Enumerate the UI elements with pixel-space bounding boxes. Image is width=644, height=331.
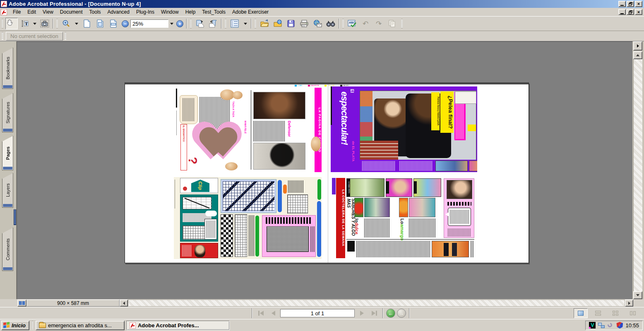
close-button[interactable]: × xyxy=(635,1,642,7)
toolbar-grip[interactable] xyxy=(2,19,3,28)
tab-bookmarks[interactable]: Bookmarks xyxy=(2,48,13,89)
page-cupido[interactable]: LA PAGINA DE CUPIDO Defensor MAMÁ FELIZ … xyxy=(175,88,322,172)
toolbar-grip[interactable] xyxy=(56,19,58,28)
page-forward-icon xyxy=(195,19,204,28)
network-icon[interactable] xyxy=(598,322,605,329)
actual-size-button[interactable] xyxy=(81,18,93,29)
hand-tool-button[interactable] xyxy=(5,18,18,29)
zoom-level-dropdown[interactable] xyxy=(168,19,175,28)
panel-splitter-handle[interactable] xyxy=(14,209,16,225)
text-select-dropdown[interactable] xyxy=(33,23,36,25)
scroll-right-button[interactable] xyxy=(625,300,633,307)
doc-restore-button[interactable] xyxy=(627,9,634,15)
numbered-list-button[interactable]: 123 xyxy=(228,18,241,29)
first-page-button[interactable] xyxy=(255,309,266,318)
open-web-page-button[interactable] xyxy=(272,18,284,29)
text-select-tool-button[interactable]: T xyxy=(19,18,31,29)
main-area: Bookmarks Signatures Pages Layers Commen… xyxy=(0,41,644,299)
selection-bar-grip[interactable] xyxy=(2,32,3,40)
zoom-tool-button[interactable] xyxy=(60,18,72,29)
menu-plugins[interactable]: Plug-Ins xyxy=(133,8,158,16)
vertical-scroll-track[interactable] xyxy=(633,59,642,291)
scroll-down-button[interactable] xyxy=(633,291,642,299)
fit-width-button[interactable] xyxy=(107,18,120,29)
menu-test-tools[interactable]: Test_Tools xyxy=(199,8,229,16)
toolbar-grip[interactable] xyxy=(342,19,344,28)
doc-minimize-button[interactable] xyxy=(618,9,626,15)
toolbar-grip[interactable] xyxy=(190,19,192,28)
zoom-level-input[interactable] xyxy=(130,19,168,28)
document-viewport[interactable]: CYAN MAGENTA YELLOW NEGRO LA PAGINA DE C… xyxy=(17,41,632,299)
next-page-layout-button[interactable] xyxy=(194,18,206,29)
scroll-up-button[interactable] xyxy=(633,51,642,59)
list-dropdown[interactable] xyxy=(244,23,247,25)
continuous-view-button[interactable] xyxy=(591,308,605,318)
undo-button[interactable]: ↶ xyxy=(359,18,372,29)
page-number-field[interactable] xyxy=(280,309,355,317)
blue-label-pill xyxy=(278,180,282,212)
menu-document[interactable]: Document xyxy=(57,8,86,16)
fold-line xyxy=(328,84,328,263)
facing-view-button[interactable] xyxy=(626,308,640,318)
menu-file[interactable]: File xyxy=(10,8,24,16)
print-button[interactable] xyxy=(298,18,310,29)
page-espectacular[interactable]: El espectacular! de EL PLATA Patricia So… xyxy=(331,86,477,172)
menu-tools[interactable]: Tools xyxy=(86,8,104,16)
toolbar-grip[interactable] xyxy=(255,19,256,28)
horizontal-scroll-track[interactable] xyxy=(128,300,625,307)
tab-signatures[interactable]: Signatures xyxy=(2,93,13,132)
zoom-tool-dropdown[interactable] xyxy=(75,23,78,25)
pane-splitter-button[interactable] xyxy=(17,300,26,307)
document-sheet[interactable]: CYAN MAGENTA YELLOW NEGRO LA PAGINA DE C… xyxy=(125,82,529,263)
security-shield-icon[interactable] xyxy=(616,322,623,329)
menu-window[interactable]: Window xyxy=(158,8,182,16)
minimize-button[interactable] xyxy=(618,1,626,7)
last-page-button[interactable] xyxy=(369,309,380,318)
selection-bar-grip[interactable] xyxy=(65,32,66,40)
tab-comments[interactable]: Comments xyxy=(2,228,13,271)
open-button[interactable] xyxy=(258,18,271,29)
toolbar-grip[interactable] xyxy=(225,19,226,28)
previous-view-button[interactable]: ← xyxy=(386,309,395,318)
zoom-out-button[interactable]: − xyxy=(122,20,129,27)
previous-page-button[interactable] xyxy=(268,309,279,318)
next-page-button[interactable] xyxy=(356,309,367,318)
prev-page-layout-button[interactable] xyxy=(207,18,219,29)
task-folder-window[interactable]: emergencia en afrodita s... xyxy=(36,321,125,330)
antivirus-v-icon[interactable]: V xyxy=(589,322,596,329)
tab-pages[interactable]: Pages xyxy=(2,136,13,170)
title-bar: Adobe Acrobat Professional - [Documento … xyxy=(0,0,644,8)
toolbar-grip[interactable] xyxy=(401,19,403,28)
menu-help[interactable]: Help xyxy=(182,8,199,16)
fit-page-button[interactable] xyxy=(94,18,106,29)
scroll-left-button[interactable] xyxy=(120,300,128,307)
tab-layers[interactable]: Layers xyxy=(2,173,13,208)
task-acrobat-window[interactable]: Adobe Acrobat Profes... xyxy=(126,321,230,330)
email-button[interactable] xyxy=(311,18,324,29)
continuous-facing-icon xyxy=(612,311,619,316)
menu-edit[interactable]: Edit xyxy=(24,8,39,16)
snapshot-tool-button[interactable] xyxy=(38,18,51,29)
page-coctelera[interactable]: LA COCTELERA DE LA SEMANA LO MAS VISTO S… xyxy=(331,177,477,259)
spellcheck-button[interactable]: ABC xyxy=(346,18,358,29)
single-page-view-button[interactable] xyxy=(574,308,588,318)
acrobat-document-icon[interactable] xyxy=(1,9,7,15)
volume-swirl-icon[interactable] xyxy=(607,322,614,329)
continuous-facing-view-button[interactable] xyxy=(608,308,622,318)
zoom-in-button[interactable]: + xyxy=(176,20,183,27)
copy-button[interactable] xyxy=(386,18,398,29)
next-view-button[interactable]: → xyxy=(397,309,406,318)
save-button[interactable] xyxy=(285,18,297,29)
menu-view[interactable]: View xyxy=(39,8,57,16)
doc-close-button[interactable]: × xyxy=(635,9,642,15)
clock[interactable]: 10:55 xyxy=(625,322,639,329)
search-button[interactable] xyxy=(324,18,337,29)
restore-button[interactable] xyxy=(627,1,634,7)
page-puzzles[interactable]: Clip xyxy=(174,177,322,259)
menu-advanced[interactable]: Advanced xyxy=(104,8,133,16)
menu-adobe-exerciser[interactable]: Adobe Exerciser xyxy=(229,8,272,16)
start-button[interactable]: Inicio xyxy=(1,321,29,330)
show-pane-button[interactable] xyxy=(633,41,642,50)
redo-button[interactable]: ↷ xyxy=(372,18,385,29)
screen: { "window": { "title": "Adobe Acrobat Pr… xyxy=(0,0,644,331)
